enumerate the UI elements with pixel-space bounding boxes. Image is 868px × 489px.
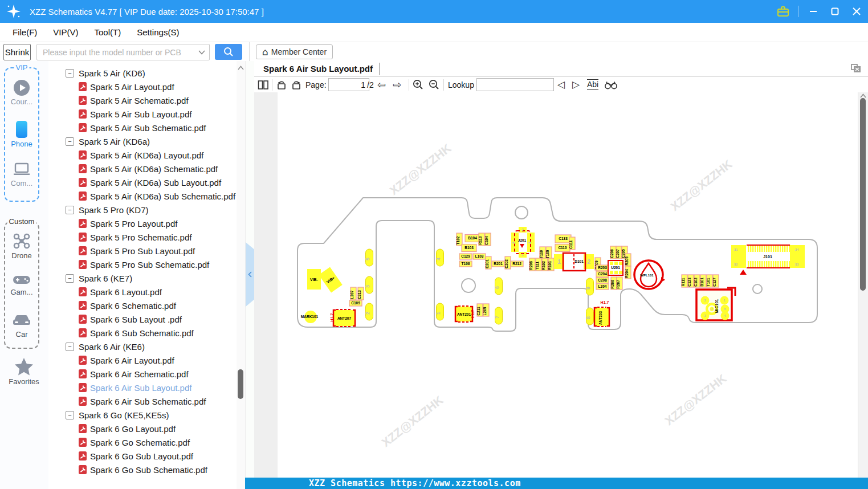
tree-file-row[interactable]: Spark 6 Sub Schematic.pdf xyxy=(48,326,237,340)
minimize-button[interactable] xyxy=(806,5,820,18)
tree-group-row[interactable]: −Spark 5 Air (KD6a) xyxy=(48,135,237,148)
header-separator xyxy=(249,42,250,61)
rail-item-label: Favorites xyxy=(9,377,39,386)
shrink-button[interactable]: Shrink xyxy=(3,44,31,60)
svg-text:MIC101: MIC101 xyxy=(715,299,719,313)
viewer-scrollbar[interactable] xyxy=(858,92,868,478)
scroll-up-icon[interactable] xyxy=(238,66,244,70)
collapse-panel-handle[interactable] xyxy=(246,242,254,307)
tree-file-row[interactable]: Spark 5 Air (KD6a) Sub Layout.pdf xyxy=(48,176,237,189)
svg-text:C207: C207 xyxy=(616,249,620,258)
tree-file-row[interactable]: Spark 6 Go Schematic.pdf xyxy=(48,435,237,449)
tree-file-row[interactable]: Spark 5 Air Layout.pdf xyxy=(48,80,237,93)
tree-file-row[interactable]: Spark 6 Air Layout.pdf xyxy=(48,353,237,367)
tree-file-row[interactable]: Spark 5 Air Sub Schematic.pdf xyxy=(48,121,237,135)
panel-collapse-strip xyxy=(245,61,255,478)
find-next-icon[interactable]: ▷ xyxy=(572,77,580,92)
briefcase-icon[interactable] xyxy=(776,5,790,18)
tree-file-row[interactable]: Spark 5 Air (KD6a) Schematic.pdf xyxy=(48,162,237,176)
collapse-expander-icon[interactable]: − xyxy=(66,274,74,283)
two-page-view-button[interactable] xyxy=(258,77,269,92)
chevron-down-icon[interactable] xyxy=(198,50,205,55)
rotate-right-button[interactable] xyxy=(291,77,302,92)
custom-group-label: Custom xyxy=(7,217,36,226)
search-button[interactable] xyxy=(215,44,242,60)
tree-file-row[interactable]: Spark 5 Pro Sub Layout.pdf xyxy=(48,244,237,258)
toolbar-separator xyxy=(272,79,272,91)
scroll-up-icon[interactable] xyxy=(860,93,866,98)
rail-item-course[interactable]: Cour... xyxy=(5,80,38,106)
rail-item-favorites[interactable]: Favorites xyxy=(7,357,40,386)
vip-group-label: VIP xyxy=(14,63,30,72)
svg-text:1: 1 xyxy=(557,258,561,265)
svg-text:B103: B103 xyxy=(464,246,474,250)
collapse-expander-icon[interactable]: − xyxy=(66,137,74,146)
tree-file-row[interactable]: Spark 6 Air Sub Schematic.pdf xyxy=(48,394,237,408)
tree-group-row[interactable]: −Spark 5 Air (KD6) xyxy=(48,66,237,80)
page-number-input[interactable] xyxy=(328,78,369,91)
tree-file-row[interactable]: Spark 5 Air Sub Layout.pdf xyxy=(48,107,237,121)
tree-group-row[interactable]: −Spark 6 Go (KE5,KE5s) xyxy=(48,408,237,422)
pdf-file-icon xyxy=(79,397,87,406)
pdf-canvas[interactable]: XZZ@XZZHKXZZ@XZZHKXZZ@XZZHKXZZ@XZZHK5324… xyxy=(254,92,868,478)
rail-item-drone[interactable]: Drone xyxy=(5,233,38,260)
pcb-hole xyxy=(515,206,528,219)
member-center-button[interactable]: ⌂ Member Center xyxy=(256,44,333,59)
rail-item-phone[interactable]: Phone xyxy=(5,121,38,148)
menu-file[interactable]: File(F) xyxy=(9,26,40,38)
match-case-button[interactable]: Abi xyxy=(587,77,598,92)
tree-file-row[interactable]: Spark 5 Pro Sub Schematic.pdf xyxy=(48,258,237,271)
tree-file-row[interactable]: Spark 5 Pro Schematic.pdf xyxy=(48,230,237,244)
model-search-input[interactable] xyxy=(42,44,198,60)
zoom-in-button[interactable] xyxy=(412,77,424,92)
rail-item-car[interactable]: Car xyxy=(5,313,38,339)
tree-file-row[interactable]: Spark 6 Air Sub Layout.pdf xyxy=(48,381,237,394)
tree-file-row[interactable]: Spark 6 Air Schematic.pdf xyxy=(48,367,237,381)
tree-group-row[interactable]: −Spark 6 (KE7) xyxy=(48,271,237,285)
svg-text:B101: B101 xyxy=(700,278,704,287)
tree-file-row[interactable]: Spark 6 Go Sub Schematic.pdf xyxy=(48,463,237,476)
next-page-icon[interactable]: ⇨ xyxy=(393,77,401,92)
svg-text:T101: T101 xyxy=(706,278,710,286)
tree-file-row[interactable]: Spark 5 Pro Layout.pdf xyxy=(48,217,237,230)
collapse-expander-icon[interactable]: − xyxy=(66,206,74,214)
close-button[interactable] xyxy=(850,5,863,18)
rail-item-game[interactable]: Gam... xyxy=(5,274,38,296)
collapse-expander-icon[interactable]: − xyxy=(66,343,74,351)
viewer-scrollbar-thumb[interactable] xyxy=(860,98,866,291)
tree-file-row[interactable]: Spark 5 Air (KD6a) Layout.pdf xyxy=(48,148,237,162)
tree-group-label: Spark 6 Air (KE6) xyxy=(79,342,145,352)
rotate-left-button[interactable] xyxy=(276,77,287,92)
tree-file-label: Spark 5 Air (KD6a) Layout.pdf xyxy=(90,150,203,160)
pdf-file-icon xyxy=(79,356,87,365)
collapse-expander-icon[interactable]: − xyxy=(66,69,74,78)
svg-text:6: 6 xyxy=(494,286,500,289)
tree-file-row[interactable]: Spark 5 Air (KD6a) Sub Schematic.pdf xyxy=(48,189,237,203)
rail-item-computer[interactable]: Com... xyxy=(5,162,38,188)
tree-file-row[interactable]: Spark 5 Air Schematic.pdf xyxy=(48,93,237,107)
tree-scrollbar-thumb[interactable] xyxy=(238,369,243,399)
find-previous-icon[interactable]: ◁ xyxy=(557,77,565,92)
menu-vip[interactable]: VIP(V) xyxy=(50,26,81,38)
prev-page-icon[interactable]: ⇦ xyxy=(377,77,386,92)
document-tab[interactable]: Spark 6 Air Sub Layout.pdf xyxy=(263,64,373,74)
lookup-input[interactable] xyxy=(476,78,554,91)
tree-file-row[interactable]: Spark 6 Go Sub Layout.pdf xyxy=(48,449,237,463)
menu-tool[interactable]: Tool(T) xyxy=(91,26,125,38)
zoom-out-button[interactable] xyxy=(428,77,440,92)
tree-file-row[interactable]: Spark 6 Sub Layout .pdf xyxy=(48,312,237,326)
maximize-button[interactable] xyxy=(828,5,842,18)
tree-file-row[interactable]: Spark 6 Schematic.pdf xyxy=(48,299,237,312)
menu-settings[interactable]: Settings(S) xyxy=(133,26,182,38)
tree-file-row[interactable]: Spark 6 Layout.pdf xyxy=(48,285,237,299)
tree-file-row[interactable]: Spark 6 Go Layout.pdf xyxy=(48,422,237,435)
find-all-button[interactable] xyxy=(604,77,618,92)
tree-group-row[interactable]: −Spark 6 Air (KE6) xyxy=(48,340,237,353)
tree-scrollbar[interactable] xyxy=(237,61,245,489)
close-document-icon[interactable] xyxy=(851,64,861,73)
svg-text:T106: T106 xyxy=(462,262,470,266)
toolbar-separator xyxy=(409,79,409,91)
tree-group-row[interactable]: −Spark 5 Pro (KD7) xyxy=(48,203,237,217)
collapse-expander-icon[interactable]: − xyxy=(66,411,74,419)
rail-item-label: Phone xyxy=(11,140,32,148)
